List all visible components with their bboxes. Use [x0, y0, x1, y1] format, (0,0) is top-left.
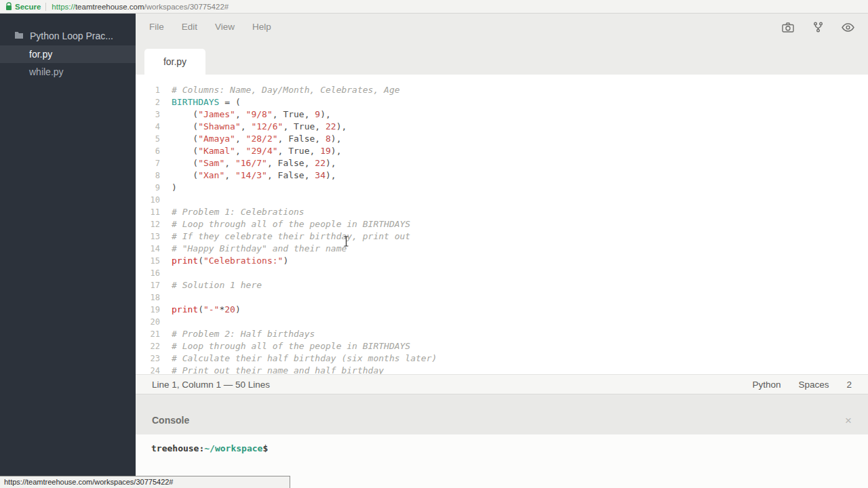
line-number: 8 — [136, 169, 160, 182]
code-text: print("Celebrations:") — [172, 255, 288, 267]
code-line[interactable]: 22# Loop through all of the people in BI… — [136, 340, 868, 352]
code-text: # Problem 2: Half birthdays — [172, 328, 315, 340]
url-text: https://teamtreehouse.com/workspaces/307… — [52, 3, 229, 11]
cursor-position: Line 1, Column 1 — 50 Lines — [152, 380, 270, 390]
line-number: 17 — [136, 279, 160, 291]
code-text: ("Xan", "14/3", False, 34), — [172, 169, 336, 182]
menu-item-edit[interactable]: Edit — [182, 22, 197, 32]
editor-chrome: FileEditViewHelp for.py — [136, 14, 868, 75]
code-text: ("Sam", "16/7", False, 22), — [172, 157, 336, 169]
preview-button[interactable] — [841, 20, 854, 34]
console-panel: Console × treehouse:~/workspace$ — [136, 394, 868, 488]
editor-statusbar: Line 1, Column 1 — 50 Lines Python Space… — [136, 374, 868, 394]
workspace-main: FileEditViewHelp for.py 1# Columns: Name… — [136, 14, 868, 488]
project-name: Python Loop Prac... — [30, 30, 113, 41]
sidebar-item-for-py[interactable]: for.py — [0, 45, 136, 63]
code-line[interactable]: 4 ("Shawna", "12/6", True, 22), — [136, 121, 868, 133]
code-line[interactable]: 18 — [136, 291, 868, 304]
line-number: 11 — [136, 206, 160, 218]
code-line[interactable]: 3 ("James", "9/8", True, 9), — [136, 108, 868, 121]
code-text: ("Shawna", "12/6", True, 22), — [172, 121, 347, 133]
code-line[interactable]: 19print("-"*20) — [136, 304, 868, 316]
language-indicator: Python — [752, 380, 781, 390]
eye-icon — [842, 23, 854, 32]
code-line[interactable]: 2BIRTHDAYS = ( — [136, 96, 868, 108]
code-line[interactable]: 9) — [136, 182, 868, 194]
line-number: 18 — [136, 291, 160, 304]
code-line[interactable]: 10 — [136, 194, 868, 206]
code-text: # Solution 1 here — [172, 279, 262, 291]
close-icon[interactable]: × — [845, 416, 852, 426]
line-number: 9 — [136, 182, 160, 194]
line-number: 22 — [136, 340, 160, 352]
code-text: # If they celebrate their birthday, prin… — [172, 230, 410, 243]
code-line[interactable]: 1# Columns: Name, Day/Month, Celebrates,… — [136, 84, 868, 96]
code-area[interactable]: 1# Columns: Name, Day/Month, Celebrates,… — [136, 75, 868, 374]
fork-button[interactable] — [811, 20, 825, 34]
line-number: 10 — [136, 194, 160, 206]
line-number: 24 — [136, 365, 160, 374]
code-line[interactable]: 16 — [136, 267, 868, 279]
lock-icon — [5, 2, 12, 11]
code-line[interactable]: 8 ("Xan", "14/3", False, 34), — [136, 169, 868, 182]
indent-mode: Spaces — [798, 380, 829, 390]
url-host: teamtreehouse.com — [75, 3, 144, 11]
code-line[interactable]: 5 ("Amaya", "28/2", False, 8), — [136, 133, 868, 145]
snapshot-button[interactable] — [781, 20, 795, 34]
console-header: Console × — [136, 394, 868, 434]
line-number: 23 — [136, 352, 160, 365]
code-line[interactable]: 6 ("Kamal", "29/4", True, 19), — [136, 145, 868, 157]
code-line[interactable]: 13# If they celebrate their birthday, pr… — [136, 230, 868, 243]
line-number: 16 — [136, 267, 160, 279]
line-number: 20 — [136, 316, 160, 328]
code-line[interactable]: 11# Problem 1: Celebrations — [136, 206, 868, 218]
line-number: 7 — [136, 157, 160, 169]
sidebar-item-while-py[interactable]: while.py — [0, 63, 136, 81]
toolbar-icons — [781, 20, 854, 34]
code-text: ("Kamal", "29/4", True, 19), — [172, 145, 342, 157]
code-text: # Print out their name and half birthday — [172, 365, 384, 374]
code-line[interactable]: 23# Calculate their half birthday (six m… — [136, 352, 868, 365]
menu-item-file[interactable]: File — [149, 22, 164, 32]
statusbar-right: Python Spaces 2 — [752, 380, 852, 390]
menubar-items: FileEditViewHelp — [149, 22, 271, 32]
indent-size: 2 — [846, 380, 852, 390]
menu-item-help[interactable]: Help — [252, 22, 271, 32]
code-line[interactable]: 24# Print out their name and half birthd… — [136, 365, 868, 374]
code-line[interactable]: 7 ("Sam", "16/7", False, 22), — [136, 157, 868, 169]
camera-icon — [782, 22, 794, 33]
code-text: # Loop through all of the people in BIRT… — [172, 340, 410, 352]
line-number: 2 — [136, 96, 160, 108]
sidebar-project-folder[interactable]: Python Loop Prac... — [0, 26, 136, 45]
line-number: 14 — [136, 243, 160, 255]
url-scheme: https:// — [52, 3, 75, 11]
code-text: # "Happy Birthday" and their name — [172, 243, 347, 255]
code-line[interactable]: 17# Solution 1 here — [136, 279, 868, 291]
line-number: 3 — [136, 108, 160, 121]
line-number: 4 — [136, 121, 160, 133]
line-number: 15 — [136, 255, 160, 267]
line-number: 13 — [136, 230, 160, 243]
code-text: ) — [172, 182, 177, 194]
code-line[interactable]: 20 — [136, 316, 868, 328]
code-line[interactable]: 21# Problem 2: Half birthdays — [136, 328, 868, 340]
file-tree-sidebar: Python Loop Prac... for.pywhile.py — [0, 14, 136, 488]
url-path: /workspaces/30775422# — [144, 3, 229, 11]
code-line[interactable]: 14# "Happy Birthday" and their name — [136, 243, 868, 255]
secure-label: Secure — [15, 3, 41, 11]
code-text: print("-"*20) — [172, 304, 241, 316]
tab-for-py[interactable]: for.py — [144, 49, 205, 75]
folder-icon — [14, 30, 24, 41]
file-list: for.pywhile.py — [0, 45, 136, 81]
code-line[interactable]: 15print("Celebrations:") — [136, 255, 868, 267]
code-text: # Columns: Name, Day/Month, Celebrates, … — [172, 84, 400, 96]
line-number: 21 — [136, 328, 160, 340]
console-title: Console — [152, 415, 189, 426]
menu-item-view[interactable]: View — [215, 22, 235, 32]
line-number: 1 — [136, 84, 160, 96]
code-text: ("James", "9/8", True, 9), — [172, 108, 331, 121]
browser-url-bar[interactable]: Secure https://teamtreehouse.com/workspa… — [0, 0, 868, 14]
code-line[interactable]: 12# Loop through all of the people in BI… — [136, 218, 868, 230]
line-number: 12 — [136, 218, 160, 230]
code-text: # Problem 1: Celebrations — [172, 206, 304, 218]
